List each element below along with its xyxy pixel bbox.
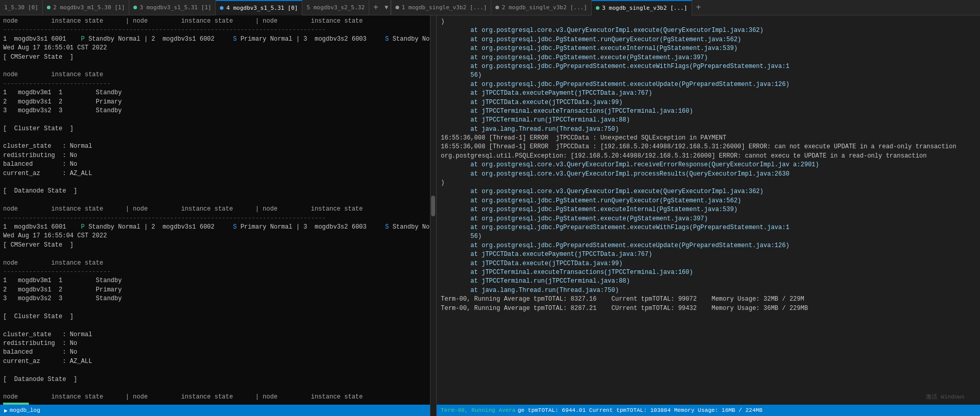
tab-add-left[interactable]: +: [369, 0, 383, 15]
tab-dot-4: [220, 6, 223, 10]
tab-nav-left[interactable]: ▼: [383, 0, 390, 15]
log-line-12: at java.lang.Thread.run(Thread.java:750): [441, 125, 976, 134]
log-error-2: 16:55:36,008 [Thread-1] ERROR jTPCCData …: [441, 143, 976, 151]
log-error-1: 16:55:36,008 [Thread-1] ERROR jTPCCData …: [441, 134, 976, 143]
section-1-header: node instance state | node instance stat…: [3, 17, 427, 403]
watermark: 激活 Windows: [926, 393, 965, 401]
log-line-20: at org.postgresql.jdbc.PgPreparedStateme…: [441, 223, 976, 241]
log-line-5: at org.postgresql.jdbc.PgStatement.execu…: [441, 54, 976, 62]
right-tab-3-label: 3 mogdb_single_v3b2 [...]: [602, 5, 687, 11]
log-line-21: at org.postgresql.jdbc.PgPreparedStateme…: [441, 241, 976, 250]
tab-4-label: 4 mogdbv3_s1_5.31 [0]: [226, 5, 298, 11]
right-tab-2[interactable]: 2 mogdb_single_v3b2 [...]: [491, 0, 592, 15]
left-status-text: mogdb_log: [10, 407, 40, 413]
tab-1[interactable]: 1_5.30 [0]: [0, 0, 43, 15]
right-tab-dot-2: [495, 6, 499, 9]
tab-dot-3: [133, 6, 137, 9]
tab-5-label: 5 mogdbv3_s2_5.32: [306, 4, 365, 11]
tab-2-label: 2 mogdbv3_m1_5.30 [1]: [53, 4, 125, 11]
log-line-10: at jTPCCTerminal.executeTransactions(jTP…: [441, 107, 976, 116]
log-line-2: at org.postgresql.core.v3.QueryExecutorI…: [441, 26, 976, 35]
tab-dot-2: [47, 6, 50, 9]
tab-3-label: 3 mogdbv3_s1_5.31 [1]: [140, 4, 211, 11]
tab-2[interactable]: 2 mogdbv3_m1_5.30 [1]: [43, 0, 129, 15]
log-line-19: at org.postgresql.jdbc.PgStatement.execu…: [441, 215, 976, 223]
log-line-18: at org.postgresql.jdbc.PgStatement.execu…: [441, 205, 976, 214]
log-line-9: at jTPCCTData.execute(jTPCCTData.java:99…: [441, 98, 976, 107]
log-line-13: at org.postgresql.core.v3.QueryExecutorI…: [441, 161, 976, 169]
terminal-scroll-area[interactable]: node instance state | node instance stat…: [0, 15, 430, 403]
log-line-6: at org.postgresql.jdbc.PgPreparedStateme…: [441, 62, 976, 80]
right-content-area[interactable]: ) at org.postgresql.core.v3.QueryExecuto…: [437, 15, 980, 405]
tab-add-right[interactable]: +: [692, 0, 706, 15]
right-tab-1[interactable]: 1 mogdb_single_v3b2 [...]: [391, 0, 492, 15]
log-line-17: at org.postgresql.jdbc.PgStatement.runQu…: [441, 197, 976, 205]
left-status-bar: ▶ mogdb_log: [0, 405, 430, 416]
log-line-4: at org.postgresql.jdbc.PgStatement.execu…: [441, 44, 976, 53]
log-line-11: at jTPCCTerminal.run(jTPCCTerminal.java:…: [441, 116, 976, 125]
left-scrollbar[interactable]: [431, 15, 437, 416]
log-term-1: Term-00, Running Average tpmTOTAL: 8327.…: [441, 295, 976, 304]
log-line-15: ): [441, 179, 976, 187]
right-tab-2-label: 2 mogdb_single_v3b2 [...]: [502, 4, 587, 11]
log-line-1: ): [441, 18, 976, 26]
log-line-8: at jTPCCTData.executePayment(jTPCCTData.…: [441, 89, 976, 98]
right-status-text: ge tpmTOTAL: 6944.01 Current tpmTOTAL: 1…: [518, 407, 762, 413]
tab-3[interactable]: 3 mogdbv3_s1_5.31 [1]: [129, 0, 216, 15]
right-status-bar: Term-00, Running Avera ge tpmTOTAL: 6944…: [437, 405, 980, 416]
tab-5[interactable]: 5 mogdbv3_s2_5.32: [302, 0, 369, 15]
right-tab-1-label: 1 mogdb_single_v3b2 [...]: [402, 4, 487, 11]
log-line-24: at jTPCCTerminal.executeTransactions(jTP…: [441, 268, 976, 277]
log-psql-1: org.postgresql.util.PSQLException: [192.…: [441, 152, 976, 161]
right-tab-dot-1: [396, 6, 399, 9]
log-line-25: at jTPCCTerminal.run(jTPCCTerminal.java:…: [441, 277, 976, 286]
right-tab-dot-3: [596, 6, 599, 10]
log-line-23: at jTPCCTData.execute(jTPCCTData.java:99…: [441, 259, 976, 268]
log-term-2: Term-00, Running Average tpmTOTAL: 8287.…: [441, 304, 976, 313]
right-status-label: Term-00, Running Avera: [441, 407, 515, 413]
terminal-icon: ▶: [4, 407, 8, 414]
log-line-16: at org.postgresql.core.v3.QueryExecutorI…: [441, 187, 976, 196]
tab-1-label: 1_5.30 [0]: [4, 4, 38, 11]
log-line-3: at org.postgresql.jdbc.PgStatement.runQu…: [441, 36, 976, 44]
log-line-7: at org.postgresql.jdbc.PgPreparedStateme…: [441, 80, 976, 89]
tab-4[interactable]: 4 mogdbv3_s1_5.31 [0]: [216, 0, 302, 15]
log-line-14: at org.postgresql.core.v3.QueryExecutorI…: [441, 170, 976, 179]
right-tab-3[interactable]: 3 mogdb_single_v3b2 [...]: [592, 0, 692, 15]
right-log-pane: ) at org.postgresql.core.v3.QueryExecuto…: [437, 15, 980, 416]
log-line-22: at jTPCCTData.executePayment(jTPCCTData.…: [441, 250, 976, 259]
left-terminal-pane: node instance state | node instance stat…: [0, 15, 431, 416]
log-line-26: at java.lang.Thread.run(Thread.java:750): [441, 286, 976, 295]
